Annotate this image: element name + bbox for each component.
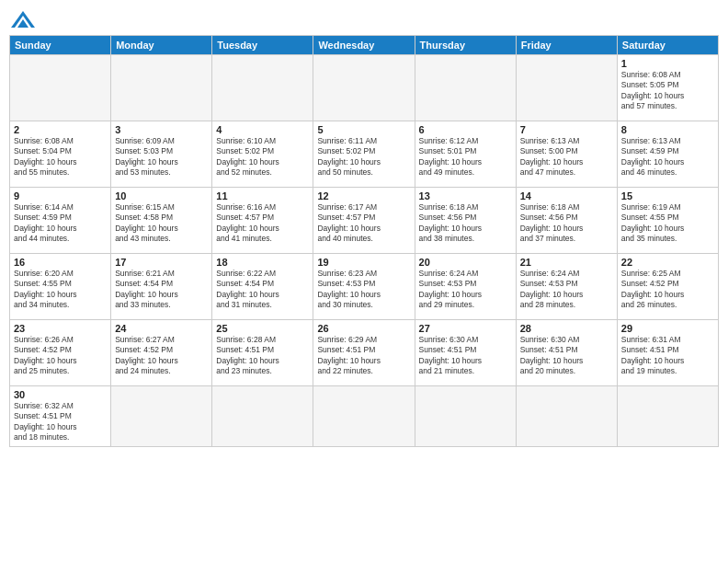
calendar-week-row: 23Sunrise: 6:26 AMSunset: 4:52 PMDayligh… [10, 320, 719, 386]
day-info: Sunrise: 6:23 AMSunset: 4:53 PMDaylight:… [317, 269, 410, 311]
calendar-cell: 8Sunrise: 6:13 AMSunset: 4:59 PMDaylight… [617, 121, 718, 188]
calendar-week-row: 16Sunrise: 6:20 AMSunset: 4:55 PMDayligh… [10, 254, 719, 320]
calendar-cell: 19Sunrise: 6:23 AMSunset: 4:53 PMDayligh… [313, 254, 415, 320]
day-number: 16 [14, 257, 107, 268]
calendar-cell [516, 386, 617, 447]
calendar-cell [212, 386, 313, 447]
day-of-week-header: Wednesday [313, 36, 415, 55]
day-info: Sunrise: 6:09 AMSunset: 5:03 PMDaylight:… [115, 136, 208, 178]
day-info: Sunrise: 6:32 AMSunset: 4:51 PMDaylight:… [14, 401, 107, 443]
calendar-cell: 4Sunrise: 6:10 AMSunset: 5:02 PMDaylight… [212, 121, 313, 188]
calendar-cell: 22Sunrise: 6:25 AMSunset: 4:52 PMDayligh… [617, 254, 718, 320]
day-info: Sunrise: 6:08 AMSunset: 5:04 PMDaylight:… [14, 136, 107, 178]
day-of-week-header: Monday [111, 36, 212, 55]
day-info: Sunrise: 6:15 AMSunset: 4:58 PMDaylight:… [115, 202, 208, 245]
day-info: Sunrise: 6:31 AMSunset: 4:51 PMDaylight:… [621, 335, 714, 377]
calendar-week-row: 1Sunrise: 6:08 AMSunset: 5:05 PMDaylight… [10, 55, 719, 121]
calendar-cell: 2Sunrise: 6:08 AMSunset: 5:04 PMDaylight… [10, 121, 111, 188]
day-number: 9 [14, 190, 107, 201]
day-number: 11 [216, 190, 309, 201]
day-info: Sunrise: 6:10 AMSunset: 5:02 PMDaylight:… [216, 136, 309, 178]
day-of-week-header: Tuesday [212, 36, 313, 55]
day-info: Sunrise: 6:24 AMSunset: 4:53 PMDaylight:… [419, 269, 512, 311]
day-number: 4 [216, 124, 309, 135]
calendar-cell: 21Sunrise: 6:24 AMSunset: 4:53 PMDayligh… [516, 254, 617, 320]
calendar-cell: 24Sunrise: 6:27 AMSunset: 4:52 PMDayligh… [111, 320, 212, 386]
day-info: Sunrise: 6:30 AMSunset: 4:51 PMDaylight:… [520, 335, 613, 377]
day-number: 22 [621, 257, 714, 268]
calendar-cell [212, 55, 313, 121]
calendar-cell: 7Sunrise: 6:13 AMSunset: 5:00 PMDaylight… [516, 121, 617, 188]
calendar-cell [516, 55, 617, 121]
calendar-week-row: 9Sunrise: 6:14 AMSunset: 4:59 PMDaylight… [10, 188, 719, 254]
day-info: Sunrise: 6:19 AMSunset: 4:55 PMDaylight:… [621, 202, 714, 245]
day-number: 18 [216, 257, 309, 268]
calendar-cell [111, 386, 212, 447]
day-info: Sunrise: 6:18 AMSunset: 4:56 PMDaylight:… [520, 202, 613, 245]
day-info: Sunrise: 6:13 AMSunset: 5:00 PMDaylight:… [520, 136, 613, 178]
day-of-week-header: Friday [516, 36, 617, 55]
day-number: 20 [419, 257, 512, 268]
day-number: 6 [419, 124, 512, 135]
calendar-cell: 26Sunrise: 6:29 AMSunset: 4:51 PMDayligh… [313, 320, 415, 386]
day-info: Sunrise: 6:13 AMSunset: 4:59 PMDaylight:… [621, 136, 714, 178]
day-number: 21 [520, 257, 613, 268]
calendar-cell: 14Sunrise: 6:18 AMSunset: 4:56 PMDayligh… [516, 188, 617, 254]
calendar-cell: 27Sunrise: 6:30 AMSunset: 4:51 PMDayligh… [415, 320, 516, 386]
day-number: 13 [419, 190, 512, 201]
day-number: 25 [216, 323, 309, 334]
day-number: 26 [317, 323, 410, 334]
day-number: 8 [621, 124, 714, 135]
day-number: 19 [317, 257, 410, 268]
calendar-cell: 10Sunrise: 6:15 AMSunset: 4:58 PMDayligh… [111, 188, 212, 254]
day-info: Sunrise: 6:30 AMSunset: 4:51 PMDaylight:… [419, 335, 512, 377]
calendar-cell: 5Sunrise: 6:11 AMSunset: 5:02 PMDaylight… [313, 121, 415, 188]
day-number: 5 [317, 124, 410, 135]
day-number: 24 [115, 323, 208, 334]
calendar-cell [415, 55, 516, 121]
day-info: Sunrise: 6:21 AMSunset: 4:54 PMDaylight:… [115, 269, 208, 311]
day-number: 10 [115, 190, 208, 201]
calendar-week-row: 30Sunrise: 6:32 AMSunset: 4:51 PMDayligh… [10, 386, 719, 447]
day-info: Sunrise: 6:08 AMSunset: 5:05 PMDaylight:… [621, 70, 714, 112]
day-number: 12 [317, 190, 410, 201]
calendar-cell: 6Sunrise: 6:12 AMSunset: 5:01 PMDaylight… [415, 121, 516, 188]
day-info: Sunrise: 6:27 AMSunset: 4:52 PMDaylight:… [115, 335, 208, 377]
page: SundayMondayTuesdayWednesdayThursdayFrid… [0, 0, 728, 563]
day-number: 28 [520, 323, 613, 334]
calendar-cell [415, 386, 516, 447]
day-number: 23 [14, 323, 107, 334]
logo [9, 9, 40, 29]
day-info: Sunrise: 6:28 AMSunset: 4:51 PMDaylight:… [216, 335, 309, 377]
day-of-week-header: Sunday [10, 36, 111, 55]
calendar-cell: 15Sunrise: 6:19 AMSunset: 4:55 PMDayligh… [617, 188, 718, 254]
day-info: Sunrise: 6:17 AMSunset: 4:57 PMDaylight:… [317, 202, 410, 245]
day-number: 7 [520, 124, 613, 135]
day-info: Sunrise: 6:12 AMSunset: 5:01 PMDaylight:… [419, 136, 512, 178]
calendar-cell: 23Sunrise: 6:26 AMSunset: 4:52 PMDayligh… [10, 320, 111, 386]
calendar-cell: 28Sunrise: 6:30 AMSunset: 4:51 PMDayligh… [516, 320, 617, 386]
calendar-cell: 12Sunrise: 6:17 AMSunset: 4:57 PMDayligh… [313, 188, 415, 254]
calendar-cell: 13Sunrise: 6:18 AMSunset: 4:56 PMDayligh… [415, 188, 516, 254]
day-number: 2 [14, 124, 107, 135]
day-info: Sunrise: 6:25 AMSunset: 4:52 PMDaylight:… [621, 269, 714, 311]
calendar: SundayMondayTuesdayWednesdayThursdayFrid… [9, 35, 719, 447]
calendar-cell: 30Sunrise: 6:32 AMSunset: 4:51 PMDayligh… [10, 386, 111, 447]
day-info: Sunrise: 6:22 AMSunset: 4:54 PMDaylight:… [216, 269, 309, 311]
day-info: Sunrise: 6:14 AMSunset: 4:59 PMDaylight:… [14, 202, 107, 245]
calendar-cell: 9Sunrise: 6:14 AMSunset: 4:59 PMDaylight… [10, 188, 111, 254]
day-number: 14 [520, 190, 613, 201]
day-number: 15 [621, 190, 714, 201]
calendar-cell: 18Sunrise: 6:22 AMSunset: 4:54 PMDayligh… [212, 254, 313, 320]
day-of-week-header: Saturday [617, 36, 718, 55]
day-number: 3 [115, 124, 208, 135]
day-info: Sunrise: 6:20 AMSunset: 4:55 PMDaylight:… [14, 269, 107, 311]
day-info: Sunrise: 6:26 AMSunset: 4:52 PMDaylight:… [14, 335, 107, 377]
header [9, 9, 719, 29]
day-info: Sunrise: 6:29 AMSunset: 4:51 PMDaylight:… [317, 335, 410, 377]
calendar-cell [313, 55, 415, 121]
logo-icon [9, 9, 37, 29]
calendar-cell: 20Sunrise: 6:24 AMSunset: 4:53 PMDayligh… [415, 254, 516, 320]
calendar-cell: 25Sunrise: 6:28 AMSunset: 4:51 PMDayligh… [212, 320, 313, 386]
day-info: Sunrise: 6:16 AMSunset: 4:57 PMDaylight:… [216, 202, 309, 245]
